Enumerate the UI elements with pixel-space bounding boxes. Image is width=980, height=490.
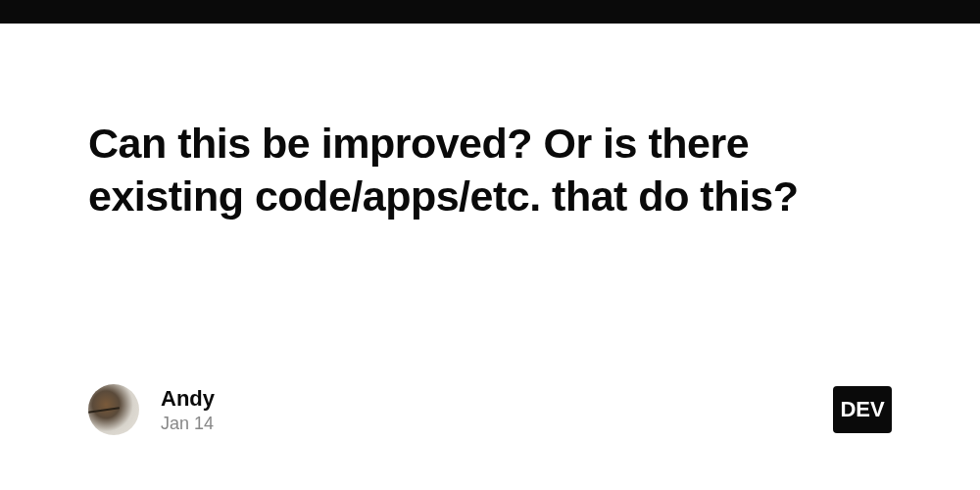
post-title: Can this be improved? Or is there existi… xyxy=(88,118,892,223)
dev-logo-badge[interactable]: DEV xyxy=(833,386,892,433)
post-content: Can this be improved? Or is there existi… xyxy=(0,24,980,223)
author-name[interactable]: Andy xyxy=(161,386,215,412)
top-bar xyxy=(0,0,980,24)
post-footer: Andy Jan 14 DEV xyxy=(88,384,892,435)
author-avatar[interactable] xyxy=(88,384,139,435)
post-date: Jan 14 xyxy=(161,414,215,434)
author-block[interactable]: Andy Jan 14 xyxy=(88,384,215,435)
author-info: Andy Jan 14 xyxy=(161,386,215,434)
